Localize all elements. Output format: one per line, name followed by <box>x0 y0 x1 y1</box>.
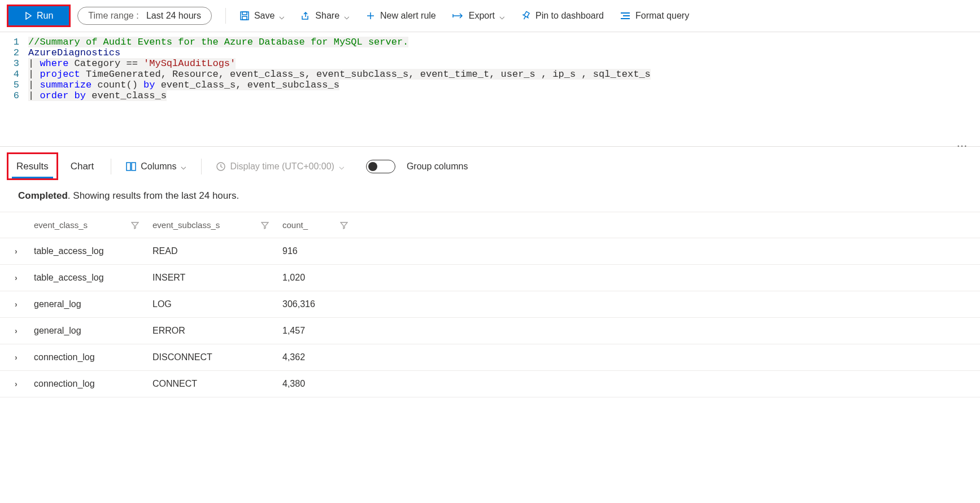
play-icon <box>24 12 32 20</box>
line-number: 2 <box>0 47 28 58</box>
run-button-highlight: Run <box>7 5 71 27</box>
share-label: Share <box>315 11 339 21</box>
line-number: 1 <box>0 37 28 47</box>
group-columns-toggle[interactable] <box>366 160 395 173</box>
cell-count: 1,457 <box>282 326 361 336</box>
format-label: Format query <box>635 11 689 21</box>
cell-event-subclass: LOG <box>153 299 282 309</box>
svg-rect-4 <box>132 163 136 170</box>
column-header[interactable]: count_ <box>282 220 361 230</box>
expand-row-icon[interactable]: › <box>0 300 34 309</box>
share-icon <box>300 11 311 21</box>
editor-line: 1 //Summary of Audit Events for the Azur… <box>0 37 980 47</box>
cell-event-subclass: INSERT <box>153 273 282 283</box>
expand-row-icon[interactable]: › <box>0 326 34 335</box>
table-row[interactable]: ›general_logLOG306,316 <box>0 291 980 318</box>
export-label: Export <box>469 11 495 21</box>
chevron-down-icon: ⌵ <box>181 161 186 172</box>
time-range-label: Time range : <box>88 11 138 20</box>
cell-event-subclass: READ <box>153 246 282 256</box>
cell-count: 306,316 <box>282 299 361 309</box>
tab-results[interactable]: Results <box>12 156 53 178</box>
run-button[interactable]: Run <box>8 6 69 25</box>
cell-event-class: general_log <box>34 326 153 336</box>
line-number: 4 <box>0 69 28 80</box>
line-number: 6 <box>0 90 28 101</box>
table-header: event_class_s event_subclass_s count_ <box>0 212 980 238</box>
expand-row-icon[interactable]: › <box>0 273 34 282</box>
cell-count: 916 <box>282 246 361 256</box>
expand-row-icon[interactable]: › <box>0 247 34 256</box>
cell-event-subclass: ERROR <box>153 326 282 336</box>
columns-button[interactable]: Columns ⌵ <box>120 158 192 175</box>
group-columns-label: Group columns <box>407 161 468 172</box>
save-label: Save <box>254 11 275 21</box>
code-comment: //Summary of Audit Events for the Azure … <box>28 37 408 47</box>
cell-event-class: table_access_log <box>34 246 153 256</box>
table-row[interactable]: ›general_logERROR1,457 <box>0 318 980 344</box>
column-header[interactable]: event_subclass_s <box>153 220 282 230</box>
toolbar-separator <box>111 159 111 174</box>
table-body: ›table_access_logREAD916›table_access_lo… <box>0 238 980 397</box>
cell-event-subclass: CONNECT <box>153 379 282 389</box>
export-button[interactable]: Export ⌵ <box>445 7 512 25</box>
chevron-down-icon: ⌵ <box>339 161 345 172</box>
editor-line: 5 | summarize count() by event_class_s, … <box>0 80 980 90</box>
cell-event-class: general_log <box>34 299 153 309</box>
svg-rect-0 <box>241 12 249 20</box>
columns-label: Columns <box>141 161 176 172</box>
expand-row-icon[interactable]: › <box>0 379 34 388</box>
cell-event-class: table_access_log <box>34 273 153 283</box>
clock-icon <box>216 162 225 171</box>
cell-event-subclass: DISCONNECT <box>153 352 282 362</box>
chevron-down-icon: ⌵ <box>279 11 285 21</box>
new-alert-label: New alert rule <box>380 11 436 21</box>
display-time-button: Display time (UTC+00:00) ⌵ <box>211 158 350 175</box>
editor-line: 2 AzureDiagnostics <box>0 47 980 58</box>
run-label: Run <box>37 11 53 21</box>
time-range-picker[interactable]: Time range : Last 24 hours <box>77 7 212 25</box>
cell-count: 4,380 <box>282 379 361 389</box>
column-header[interactable]: event_class_s <box>34 220 153 230</box>
display-time-label: Display time (UTC+00:00) <box>230 161 334 172</box>
query-status: Completed. Showing results from the last… <box>0 180 980 212</box>
expand-row-icon[interactable]: › <box>0 353 34 362</box>
format-button[interactable]: Format query <box>613 7 696 24</box>
query-toolbar: Run Time range : Last 24 hours Save ⌵ Sh… <box>0 0 980 32</box>
chevron-down-icon: ⌵ <box>344 11 350 21</box>
cell-count: 1,020 <box>282 273 361 283</box>
new-alert-button[interactable]: New alert rule <box>359 7 443 24</box>
pin-button[interactable]: Pin to dashboard <box>514 7 611 24</box>
filter-icon[interactable] <box>261 221 269 229</box>
editor-line: 3 | where Category == 'MySqlAuditLogs' <box>0 58 980 69</box>
columns-icon <box>126 162 136 171</box>
share-button[interactable]: Share ⌵ <box>294 7 356 25</box>
pin-label: Pin to dashboard <box>535 11 604 21</box>
status-detail: . Showing results from the last 24 hours… <box>68 190 239 201</box>
table-row[interactable]: ›table_access_logINSERT1,020 <box>0 265 980 291</box>
export-icon <box>452 12 464 20</box>
filter-icon[interactable] <box>340 221 348 229</box>
results-tab-highlight: Results <box>7 152 58 180</box>
svg-rect-2 <box>242 16 247 20</box>
toggle-knob <box>368 162 377 171</box>
table-row[interactable]: ›connection_logCONNECT4,380 <box>0 371 980 397</box>
editor-line: 6 | order by event_class_s <box>0 90 980 101</box>
expand-column <box>0 220 34 230</box>
query-editor[interactable]: 1 //Summary of Audit Events for the Azur… <box>0 32 980 147</box>
line-number: 5 <box>0 80 28 90</box>
more-menu[interactable]: … <box>956 137 969 150</box>
filter-icon[interactable] <box>131 221 139 229</box>
svg-rect-3 <box>127 163 130 170</box>
format-icon <box>620 11 631 20</box>
time-range-value: Last 24 hours <box>146 11 201 20</box>
table-row[interactable]: ›table_access_logREAD916 <box>0 238 980 265</box>
save-button[interactable]: Save ⌵ <box>233 7 291 25</box>
tab-chart[interactable]: Chart <box>63 156 102 177</box>
table-row[interactable]: ›connection_logDISCONNECT4,362 <box>0 344 980 371</box>
results-table: event_class_s event_subclass_s count_ ›t… <box>0 212 980 397</box>
save-icon <box>239 11 250 21</box>
line-number: 3 <box>0 58 28 69</box>
status-completed: Completed <box>18 190 68 201</box>
cell-event-class: connection_log <box>34 379 153 389</box>
